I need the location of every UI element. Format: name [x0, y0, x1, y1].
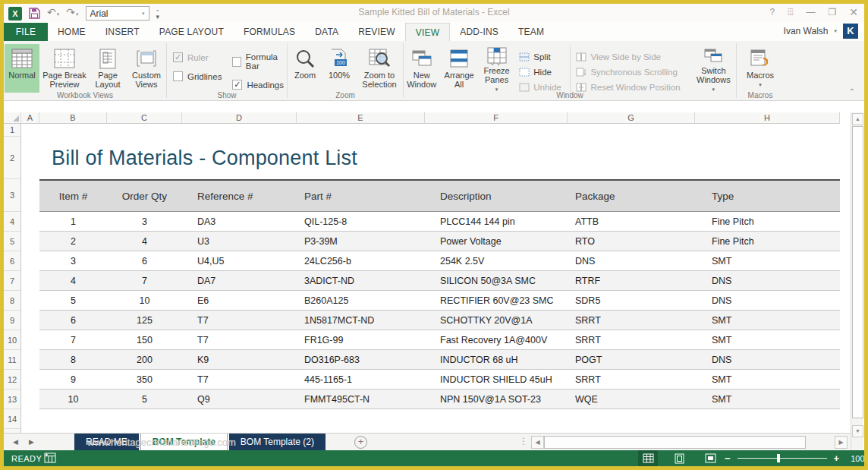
horizontal-scroll-thumb[interactable]: [544, 436, 806, 449]
table-row[interactable]: 6125T71N5817MCT-NDSCHOTTKY 20V@1ASRRTSMT: [39, 311, 840, 330]
close-button[interactable]: ✕: [849, 6, 858, 18]
row-header-3[interactable]: 3: [4, 179, 20, 212]
tab-team[interactable]: TEAM: [508, 23, 554, 41]
row-header-10[interactable]: 10: [4, 330, 20, 350]
scroll-up-icon[interactable]: ▲: [852, 113, 863, 125]
page-layout-view-button[interactable]: Page Layout: [90, 44, 126, 93]
row-header-11[interactable]: 11: [4, 350, 20, 370]
table-row[interactable]: 13DA3QIL-125-8PLCC144 144 pinATTBFine Pi…: [39, 212, 840, 232]
view-side-by-side-button[interactable]: View Side by Side: [576, 51, 686, 63]
scroll-right-icon[interactable]: ▶: [835, 436, 848, 449]
column-header-d[interactable]: D: [182, 112, 297, 123]
zoom-level[interactable]: 100%: [851, 454, 868, 463]
page-break-preview-button[interactable]: Page Break Preview: [41, 44, 88, 93]
scroll-left-icon[interactable]: ◀: [531, 436, 544, 449]
table-row[interactable]: 24U3P3-39MPower VoltageRTOFine Pitch: [39, 232, 840, 251]
zoom-out-button[interactable]: −: [725, 451, 731, 465]
tab-add-ins[interactable]: ADD-INS: [450, 23, 508, 41]
zoom-slider[interactable]: [737, 458, 827, 459]
macro-record-icon[interactable]: [44, 453, 56, 466]
checkbox-box-icon[interactable]: [232, 57, 241, 67]
column-header-b[interactable]: B: [39, 112, 107, 123]
tab-file[interactable]: FILE: [4, 23, 48, 41]
hide-button[interactable]: Hide: [519, 66, 568, 78]
checkbox-box-icon[interactable]: [173, 71, 183, 81]
horizontal-scrollbar[interactable]: ◀ ▶: [531, 436, 848, 449]
tab-page-layout[interactable]: PAGE LAYOUT: [149, 23, 234, 41]
zoom-in-button[interactable]: +: [834, 451, 840, 465]
new-window-button[interactable]: New Window: [404, 44, 439, 93]
table-row[interactable]: 36U4,U524LC256-b254K 2.5VDNSSMT: [39, 251, 840, 271]
column-header-a[interactable]: A: [21, 112, 39, 123]
table-row[interactable]: 47DA73ADICT-NDSILICON 50@3A SMCRTRFDNS: [39, 271, 840, 291]
zoom-slider-handle[interactable]: [777, 454, 780, 462]
sheet-nav-left-icon[interactable]: ◀: [13, 438, 18, 446]
ribbon-display-options-button[interactable]: ⍐: [788, 7, 793, 17]
table-row[interactable]: 105Q9FMMT495CT-NNPN 150V@1A SOT-23WQESMT: [39, 390, 840, 409]
avatar[interactable]: K: [843, 24, 858, 39]
checkbox-headings[interactable]: ✓Headings: [232, 80, 287, 90]
sheet-tab-read-me[interactable]: READ ME: [74, 434, 139, 451]
column-header-g[interactable]: G: [568, 112, 695, 123]
row-header-7[interactable]: 7: [4, 271, 20, 291]
normal-view-button[interactable]: Normal: [5, 44, 39, 93]
row-header-1[interactable]: 1: [4, 124, 20, 137]
row-header-14[interactable]: 14: [4, 409, 20, 429]
vertical-scrollbar[interactable]: ▲ ▼: [851, 112, 863, 450]
new-sheet-button[interactable]: +: [354, 436, 367, 449]
split-button[interactable]: Split: [519, 51, 568, 63]
help-button[interactable]: ?: [770, 7, 775, 17]
table-row[interactable]: 7150T7FR1G-99Fast Recovery 1A@400VSRRTSM…: [39, 330, 840, 350]
table-row[interactable]: 510E6B260A125RECTIFIER 60V@23 SMCSDR5DNS: [39, 291, 840, 311]
macros-button[interactable]: Macros ▾: [742, 44, 778, 93]
view-page-break-button[interactable]: [700, 450, 720, 466]
tab-view[interactable]: VIEW: [405, 23, 450, 41]
tab-review[interactable]: REVIEW: [348, 23, 405, 41]
row-header-13[interactable]: 13: [4, 390, 20, 409]
tab-scroll-grip-icon[interactable]: ⋮: [519, 436, 528, 446]
freeze-panes-button[interactable]: Freeze Panes ▾: [479, 44, 514, 93]
tab-insert[interactable]: INSERT: [96, 23, 149, 41]
collapse-ribbon-icon[interactable]: ⌃: [849, 87, 855, 96]
account-dropdown-icon[interactable]: ▾: [834, 28, 837, 34]
zoom-button[interactable]: Zoom: [288, 44, 322, 93]
account-name[interactable]: Ivan Walsh: [784, 26, 829, 36]
column-header-h[interactable]: H: [695, 112, 840, 123]
row-header-4[interactable]: 4: [4, 212, 20, 232]
table-cell: RECTIFIER 60V@23 SMC: [425, 295, 568, 306]
sheet-tab-bom-template[interactable]: BOM Template: [140, 434, 228, 451]
vertical-scroll-thumb[interactable]: [852, 126, 863, 418]
table-row[interactable]: 8200K9DO316P-683INDUCTOR 68 uHPOGTDNS: [39, 350, 840, 370]
view-page-layout-button[interactable]: [669, 450, 689, 466]
select-all-corner[interactable]: [4, 112, 21, 123]
checkbox-formula-bar[interactable]: Formula Bar: [232, 52, 287, 71]
zoom-to-selection-button[interactable]: Zoom to Selection: [357, 44, 402, 93]
minimize-button[interactable]: —: [807, 7, 816, 17]
arrange-all-button[interactable]: Arrange All: [441, 44, 476, 93]
view-normal-button[interactable]: [638, 450, 658, 466]
row-header-8[interactable]: 8: [4, 291, 20, 311]
column-header-f[interactable]: F: [425, 112, 568, 123]
tab-formulas[interactable]: FORMULAS: [234, 23, 305, 41]
row-header-12[interactable]: 12: [4, 370, 20, 390]
row-header-9[interactable]: 9: [4, 311, 20, 330]
custom-views-button[interactable]: Custom Views: [127, 44, 165, 93]
maximize-button[interactable]: ❐: [829, 7, 837, 17]
sheet-tab-bom-template-2-[interactable]: BOM Template (2): [229, 434, 326, 451]
sheet-nav-right-icon[interactable]: ▶: [29, 438, 34, 446]
row-header-2[interactable]: 2: [4, 137, 20, 179]
column-header-e[interactable]: E: [297, 112, 425, 123]
switch-windows-button[interactable]: Switch Windows ▾: [691, 44, 736, 93]
tab-home[interactable]: HOME: [48, 23, 96, 41]
checkbox-box-icon[interactable]: ✓: [232, 80, 242, 90]
column-header-c[interactable]: C: [107, 112, 182, 123]
zoom-100-button[interactable]: 100 100%: [323, 44, 355, 93]
table-row[interactable]: 9350T7445-1165-1INDUCTOR SHIELD 45uHSRRT…: [39, 370, 840, 390]
sheet-canvas[interactable]: Bill of Materials - Component List Item …: [21, 124, 851, 433]
checkbox-gridlines[interactable]: Gridlines: [173, 71, 222, 81]
tab-data[interactable]: DATA: [305, 23, 348, 41]
row-header-6[interactable]: 6: [4, 251, 20, 271]
synchronous-scrolling-button[interactable]: Synchronous Scrolling: [576, 66, 686, 78]
row-header-5[interactable]: 5: [4, 232, 20, 251]
scroll-down-icon[interactable]: ▼: [852, 425, 863, 437]
